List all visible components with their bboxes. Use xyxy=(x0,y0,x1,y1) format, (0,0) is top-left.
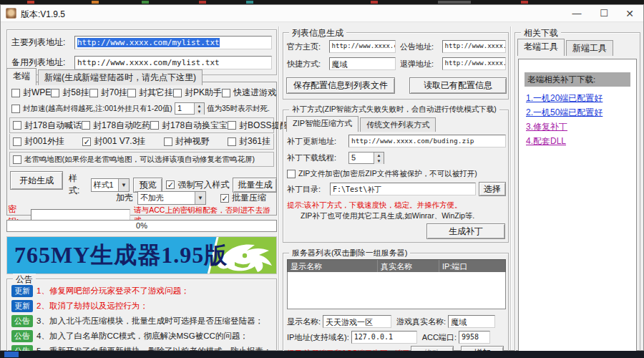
speed-value-stepper[interactable]: 1 ▲▼ xyxy=(175,102,205,115)
update-badge: 更新 xyxy=(11,300,33,312)
app-icon xyxy=(6,8,16,19)
popup-addr-label: 退弹地址: xyxy=(400,59,440,69)
checkbox-mark xyxy=(82,121,90,130)
checkbox-178-shout[interactable]: 封178自动喊话 xyxy=(13,120,82,132)
generate-patch-button[interactable]: 生成补丁 xyxy=(426,223,505,239)
left-column: 主要列表地址: http://www.xxxx.com/mylist.txt 备… xyxy=(6,22,277,352)
checkbox-ban-wpe[interactable]: 封WPE xyxy=(11,87,51,99)
ip-label: IP地址(支持域名): xyxy=(287,332,349,343)
notice-item: 更新1、修复网吧部分玩家登录不了游戏问题； xyxy=(11,285,189,297)
tab-old-client[interactable]: 老端 xyxy=(6,68,36,85)
download-link-20[interactable]: 1.一机20端已配置好 xyxy=(526,92,602,105)
patch-tabs: ZIP智能压缩方式 传统文件列表方式 xyxy=(286,116,437,132)
close-button[interactable]: ✕ xyxy=(619,6,640,21)
tab-new-tools[interactable]: 新端工具 xyxy=(566,40,613,56)
right-column: 相关下载 老端工具 新端工具 老端相关补丁下载: 1.一机20端已配置好 2.一… xyxy=(514,22,640,352)
checkbox-178-medicine[interactable]: 封178自动吃药 xyxy=(82,120,150,132)
tab-zip-mode[interactable]: ZIP智能压缩方式 xyxy=(286,116,358,132)
preview-button[interactable]: 预览 xyxy=(133,178,162,193)
stepper-up-icon[interactable]: ▲ xyxy=(195,103,204,109)
load-config-button[interactable]: 读取已有配置信息 xyxy=(409,77,507,94)
notice-group: 公告 更新1、修复网吧部分玩家登录不了游戏问题； 更新2、取消了劫持以及远控行为… xyxy=(6,279,277,358)
server-list-legend: 服务器列表(双击删除一组服务器) xyxy=(289,248,410,258)
batch-generate-button[interactable]: 批量生成 xyxy=(233,178,277,193)
checkbox-178-pet[interactable]: 封178自动换宝宝 xyxy=(150,120,228,132)
column-divider xyxy=(510,26,512,350)
tab-new-client[interactable]: 新端(生成新端登陆器时，请先点下这里) xyxy=(38,69,203,85)
real-name-input[interactable]: 魔域 xyxy=(448,315,495,328)
stepper-down-icon[interactable]: ▼ xyxy=(195,109,204,115)
acc-port-input[interactable]: 9958 xyxy=(459,331,490,344)
chevron-down-icon[interactable]: ▼ xyxy=(195,192,205,204)
checkbox-mark xyxy=(13,155,21,164)
checkbox-mark xyxy=(173,89,182,97)
downloads-group: 相关下载 老端工具 新端工具 老端相关补丁下载: 1.一机20端已配置好 2.一… xyxy=(514,32,640,358)
downloads-legend: 相关下载 xyxy=(521,27,561,39)
chevron-down-icon[interactable]: ▼ xyxy=(118,179,129,191)
checkbox-ban-001[interactable]: 封001外挂 xyxy=(13,135,64,147)
download-link-dll[interactable]: 4.配套DLL xyxy=(526,135,566,147)
tab-list-mode[interactable]: 传统文件列表方式 xyxy=(360,117,436,132)
notice-item: 公告4、加入了白名单防CC模式，彻底解决MSG被CC的问题； xyxy=(11,330,248,342)
start-generate-button[interactable]: 开始生成 xyxy=(10,171,63,190)
patch-dir-input[interactable]: F:\Test\补丁 xyxy=(330,183,476,195)
checkbox-ban-70[interactable]: 封70挂 xyxy=(89,87,127,99)
checkbox-mark xyxy=(11,89,20,97)
patch-tip-red: 提示:该补丁方式，下载速度快，稳定。并操作方便。 xyxy=(287,200,462,211)
tab-old-tools[interactable]: 老端工具 xyxy=(517,39,565,56)
patch-update-input[interactable]: http://www.xxxx.com/buding.zip xyxy=(348,135,506,147)
notice-item: 公告3、加入北斗壳压缩模块，批量生成时可选择是否压缩登陆器； xyxy=(11,315,263,327)
shell-label: 加壳 xyxy=(116,192,133,204)
checkbox-zip-encrypt[interactable]: ZIP文件加密(加密后ZIP文件将被保护，不可以被打开) xyxy=(287,169,477,179)
home-label: 官方主页: xyxy=(287,42,327,52)
checkbox-mark xyxy=(89,89,98,97)
maximize-button[interactable]: ☐ xyxy=(593,6,615,21)
checkbox-ban-vision[interactable]: 封神视野 xyxy=(164,135,210,147)
shortcut-input[interactable]: 魔域 xyxy=(329,57,396,70)
checkbox-ban-pk[interactable]: 封PK助手 xyxy=(173,87,222,99)
checkbox-ban-speed[interactable]: 封加速(越高封得越死,注:001外挂只有1-20值) xyxy=(11,104,172,114)
app-banner: 765MY生成器1.95版 xyxy=(6,236,277,274)
style-select[interactable]: 样式1 ▼ xyxy=(91,178,130,192)
real-name-label: 游戏真实名称: xyxy=(396,316,446,327)
acc-port-label: ACC端口: xyxy=(422,332,457,343)
patch-threads-stepper[interactable]: 5 ▲▼ xyxy=(348,152,384,164)
checkbox-ban-other[interactable]: 封其它挂 xyxy=(127,87,173,99)
download-link-50[interactable]: 2.一机50端已配置好 xyxy=(526,107,602,119)
title-bar[interactable]: 版本:V1.9.5 — ☐ ✕ xyxy=(1,5,643,22)
stepper-up-icon[interactable]: ▲ xyxy=(374,153,384,158)
checkbox-mark xyxy=(228,137,236,146)
ip-input[interactable]: 127.0.0.1 xyxy=(351,331,417,344)
downloads-tabs: 老端工具 新端工具 xyxy=(517,39,615,56)
minimize-button[interactable]: — xyxy=(566,6,587,21)
checkbox-force-style[interactable]: ✓强制写入样式 xyxy=(166,179,229,191)
primary-list-label: 主要列表地址: xyxy=(11,37,74,49)
save-config-button[interactable]: 保存配置信息到列表文件 xyxy=(286,77,395,94)
server-table-body[interactable] xyxy=(287,272,506,309)
checkbox-ban-58[interactable]: 封58挂 xyxy=(51,87,89,99)
display-name-label: 显示名称: xyxy=(287,316,321,327)
popup-addr-input[interactable]: http://www.xxxx.com xyxy=(442,57,506,70)
checkbox-ban-001-v73[interactable]: ✓封001 V7.3挂 xyxy=(82,135,145,147)
ban-options-panel: 封WPE 封58挂 封70挂 封其它挂 封PK助手 快速进游戏 封加速(越高封得… xyxy=(6,82,277,216)
notice-item: 更新2、取消了劫持以及远控行为； xyxy=(11,300,148,312)
notice-badge: 公告 xyxy=(11,330,33,342)
notice-addr-input[interactable]: http://www.xxxx.com xyxy=(442,40,506,53)
stepper-down-icon[interactable]: ▼ xyxy=(374,158,384,164)
home-input[interactable]: http://www.xxxx.com xyxy=(329,40,396,53)
server-list-group: 服务器列表(双击删除一组服务器) 显示名称 真实名称 IP:端口 显示名称: 天… xyxy=(283,253,509,358)
checkbox-mark: ✓ xyxy=(166,180,175,189)
checkbox-mark xyxy=(13,137,21,146)
notice-addr-label: 公告地址: xyxy=(400,42,440,52)
primary-list-input[interactable]: http://www.xxxx.com/mylist.txt xyxy=(74,36,272,49)
checkbox-fast-enter[interactable]: 快速进游戏 xyxy=(222,87,276,99)
display-name-input[interactable]: 天天游戏一区 xyxy=(323,315,391,328)
checkbox-ban-361[interactable]: 封361挂 xyxy=(228,135,270,147)
checkbox-batch-compress[interactable]: ✓批量压缩 xyxy=(220,192,266,204)
speed-suffix-label: 值为35时表示封死. xyxy=(207,104,270,114)
download-link-fix-patch[interactable]: 3.修复补丁 xyxy=(526,121,567,133)
notice-badge: 公告 xyxy=(11,315,33,327)
list-info-group: 列表信息生成 官方主页: http://www.xxxx.com 公告地址: h… xyxy=(283,32,509,100)
checkbox-old-leiming-map[interactable]: 老雷鸣地图(如果你是老雷鸣地图，可以选择该项自动修复老雷鸣花屏) xyxy=(13,155,255,165)
choose-dir-button[interactable]: 选择 xyxy=(479,182,506,196)
